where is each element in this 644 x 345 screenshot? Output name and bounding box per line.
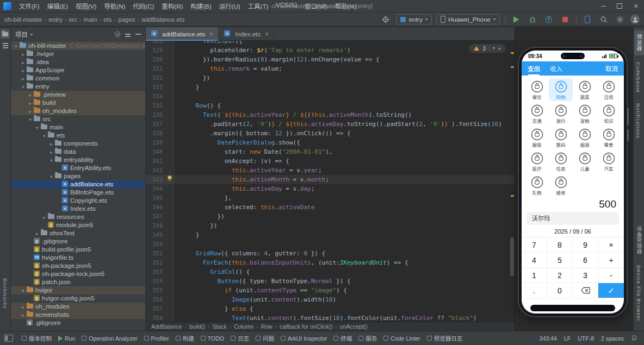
tree-item[interactable]: ▸build — [11, 99, 145, 107]
tree-chevron-icon[interactable]: ▾ — [34, 124, 40, 132]
tree-chevron-icon[interactable]: ▾ — [20, 287, 26, 295]
category-item[interactable]: 零食 — [597, 126, 621, 149]
right-tool-tab[interactable]: CodeGenie — [634, 58, 642, 97]
code-line[interactable]: 333 } — [146, 83, 515, 92]
tab-income[interactable]: 收入 — [550, 64, 562, 73]
keypad-key-+[interactable]: + — [598, 253, 624, 268]
debug-button[interactable] — [527, 14, 538, 25]
code-line[interactable]: 356 Image(unit.content).width(18) — [146, 295, 515, 304]
settings-button[interactable] — [614, 14, 626, 25]
code-line[interactable]: 345 }, — [146, 193, 515, 203]
maximize-button[interactable] — [611, 0, 628, 12]
tool-window-button[interactable]: 构建 — [172, 331, 197, 345]
tree-chevron-icon[interactable]: ▸ — [20, 51, 26, 59]
category-item[interactable]: 数码 — [549, 126, 573, 149]
keypad-key-confirm[interactable]: ✓ — [598, 283, 624, 298]
code-editor[interactable]: 328 TextInput({329 placeholder: $r('Tap … — [146, 41, 515, 322]
keypad-key-5[interactable]: 5 — [547, 253, 573, 268]
tree-chevron-icon[interactable]: ▸ — [27, 91, 33, 99]
menu-item[interactable]: 视图(V) — [72, 1, 100, 11]
code-line[interactable]: 357 } else { — [146, 304, 515, 313]
tree-chevron-icon[interactable]: ▾ — [13, 42, 19, 51]
menu-item[interactable]: 重构(R) — [158, 1, 187, 11]
tree-chevron-icon[interactable]: ▾ — [48, 173, 54, 181]
warning-stripe-mark[interactable] — [511, 66, 514, 68]
keypad-key-3[interactable]: 3 — [573, 268, 598, 283]
tree-item[interactable]: g.gitignore — [11, 237, 145, 246]
tree-item[interactable]: ▸screenshots — [11, 311, 145, 319]
module-selector[interactable]: entry ▾ — [396, 14, 432, 24]
keypad-key-6[interactable]: 6 — [573, 253, 598, 268]
tree-chevron-icon[interactable]: ▸ — [48, 148, 54, 156]
tool-window-switcher-icon[interactable] — [4, 335, 13, 342]
tool-window-button[interactable]: Profiler — [141, 331, 172, 345]
code-breadcrumb-item[interactable]: Row — [261, 323, 273, 330]
code-line[interactable]: 358 Text(unit.content).fontSize(18).font… — [146, 313, 515, 322]
warning-stripe-mark[interactable] — [511, 195, 514, 197]
category-item[interactable]: 购物 — [549, 78, 573, 101]
date-picker-field[interactable]: 2025 / 09 / 06 — [522, 226, 624, 237]
editor-tab[interactable]: eIndex.ets× — [219, 27, 274, 41]
code-line[interactable]: 336 Text(`${this.activeYear} / ${(this.a… — [146, 110, 515, 120]
code-breadcrumb-item[interactable]: build() — [189, 323, 205, 330]
tree-item[interactable]: ▸oh_modules — [11, 303, 145, 311]
tool-window-button[interactable]: Run — [55, 331, 78, 345]
remark-input[interactable]: 沃尔玛 — [527, 212, 619, 225]
code-line[interactable]: 344 this.activeDay = v.day; — [146, 184, 515, 193]
code-breadcrumb-item[interactable]: AddBalance — [151, 323, 182, 330]
menu-item[interactable]: 文件(F) — [15, 1, 44, 11]
code-line[interactable]: 349 } — [146, 230, 515, 240]
tree-item[interactable]: ▾main — [11, 123, 145, 131]
tree-item[interactable]: ▸.preview — [11, 91, 145, 99]
breadcrumb-item[interactable]: entry — [48, 16, 63, 23]
tree-item[interactable]: eIndex.ets — [11, 205, 145, 213]
tree-item[interactable]: {}module.json5 — [11, 221, 145, 229]
breadcrumb-item[interactable]: ets — [103, 16, 112, 23]
tree-item[interactable]: {}patch.json — [11, 278, 145, 286]
tree-item[interactable]: ▾ets — [11, 131, 145, 140]
keypad-key-backspace[interactable] — [573, 283, 598, 298]
code-line[interactable]: 351 GridRow({ columns: 4, gutter: 0 }) { — [146, 249, 515, 258]
tree-item[interactable]: ▸resources — [11, 213, 145, 221]
warning-stripe-mark[interactable] — [511, 52, 514, 54]
keypad-key-9[interactable]: 9 — [573, 237, 598, 253]
tab-close-icon[interactable]: × — [209, 30, 213, 38]
tree-chevron-icon[interactable]: ▸ — [20, 311, 26, 319]
keypad-key-2[interactable]: 2 — [547, 268, 573, 283]
tab-close-icon[interactable]: × — [265, 30, 269, 38]
tree-item[interactable]: ▾entryability — [11, 156, 145, 164]
tree-item[interactable]: ▾oh-bill-masterC:\Users\ws199\Desktop\oh… — [11, 42, 145, 50]
search-everywhere-button[interactable] — [598, 14, 610, 25]
code-breadcrumb-item[interactable]: callback for onClick() — [280, 323, 332, 330]
menu-item[interactable]: 导航(N) — [100, 1, 129, 11]
tree-item[interactable]: eBillInfoPage.ets — [11, 189, 145, 197]
code-breadcrumb-item[interactable]: onAccept() — [340, 323, 368, 330]
tree-item[interactable]: {}oh-package.json5 — [11, 262, 145, 270]
project-tool-button[interactable] — [1, 29, 10, 39]
tool-window-button[interactable]: 日志 — [227, 331, 252, 345]
inspection-widget[interactable]: 3 ▾ ▴ — [468, 43, 506, 53]
code-line[interactable]: 329 placeholder: $r('Tap to enter remark… — [146, 46, 515, 55]
keypad-key-1[interactable]: 1 — [522, 268, 547, 283]
tree-item[interactable]: ▸data — [11, 148, 145, 156]
tree-chevron-icon[interactable]: ▾ — [41, 132, 47, 140]
code-line[interactable]: 355 if (unit.contentType == "image") { — [146, 286, 515, 295]
category-item[interactable]: 儿童 — [573, 150, 597, 173]
category-item[interactable]: 宠物 — [573, 102, 597, 125]
code-line[interactable]: 337 .padStart(2, '0')} / ${this.activeDa… — [146, 120, 515, 129]
structure-tool-button[interactable] — [1, 41, 10, 50]
profiler-button[interactable] — [543, 14, 555, 25]
tree-item[interactable]: eaddBalance.ets — [11, 180, 145, 189]
tree-item[interactable]: eEntryAbility.ets — [11, 164, 145, 172]
code-line[interactable]: 334 — [146, 92, 515, 101]
category-item[interactable]: 服装 — [525, 126, 549, 149]
code-line[interactable]: 348 }) — [146, 221, 515, 230]
category-item[interactable]: 交通 — [525, 102, 549, 125]
tree-chevron-icon[interactable]: ▾ — [20, 83, 26, 91]
tree-item[interactable]: ▸components — [11, 140, 145, 148]
tree-chevron-icon[interactable]: ▾ — [48, 156, 54, 165]
code-line[interactable]: 343 this.activeMonth = v.month; — [146, 175, 515, 184]
tree-item[interactable]: TShvigorfile.ts — [11, 254, 145, 262]
category-item[interactable]: 住房 — [549, 150, 573, 173]
code-line[interactable]: 354 Button({ type: ButtonType.Normal }) … — [146, 277, 515, 286]
